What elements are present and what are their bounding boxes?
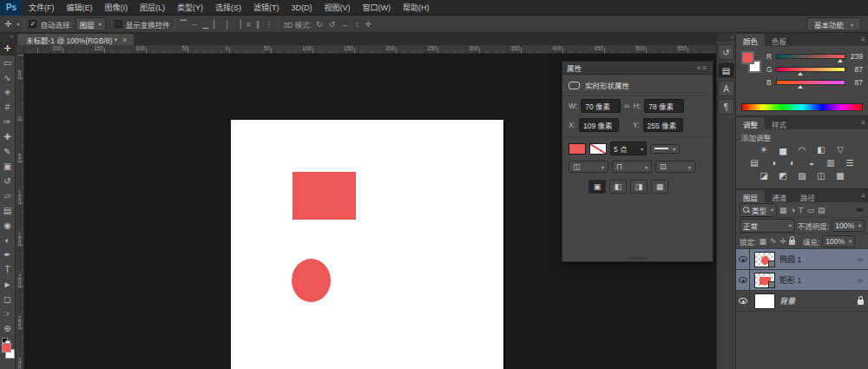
lock-all-icon[interactable] [789, 240, 795, 245]
3d-pan-icon[interactable]: ↔ [340, 20, 350, 29]
layer-row[interactable]: 背景 ∞ [736, 291, 868, 312]
fill-color-swatch[interactable] [569, 143, 586, 155]
black-white-icon[interactable]: ◐ [786, 157, 799, 168]
filter-type-icon[interactable]: T [799, 206, 804, 214]
stroke-corner-icon[interactable]: ⊡▾ [655, 161, 695, 173]
type-tool[interactable]: T [0, 262, 16, 277]
link-wh-icon[interactable]: ∞ [624, 102, 629, 110]
crop-tool[interactable]: # [0, 100, 16, 115]
stroke-width-dropdown[interactable]: 5 点▾ [610, 142, 647, 155]
threshold-icon[interactable]: ▨ [796, 170, 809, 181]
panel-tab[interactable]: 样式 [765, 117, 793, 129]
channel-mixer-icon[interactable]: ▥ [825, 157, 838, 168]
panel-tab[interactable]: 颜色 [736, 34, 765, 46]
hue-saturation-icon[interactable]: ▤ [748, 157, 761, 168]
filter-pixel-icon[interactable]: ▦ [779, 206, 787, 214]
menu-item[interactable]: 3D(D) [286, 0, 319, 16]
filter-type-dropdown[interactable]: 类型▾ [740, 203, 777, 217]
layer-thumbnail[interactable] [754, 273, 775, 288]
history-panel-icon[interactable]: ↺ [718, 44, 734, 60]
dock-collapse-button[interactable]: « [717, 33, 735, 42]
channel-slider[interactable] [776, 67, 845, 72]
layer-visibility-toggle[interactable] [736, 270, 750, 291]
move-tool[interactable]: ✛ [0, 41, 16, 56]
path-selection-tool[interactable]: ► [0, 277, 16, 292]
filter-smartobject-icon[interactable]: ▤ [818, 206, 825, 214]
pen-tool[interactable]: ✒ [0, 247, 16, 262]
hand-tool[interactable]: ☞ [0, 306, 16, 321]
blur-tool[interactable]: ◉ [0, 218, 16, 233]
color-lookup-icon[interactable]: ☰ [844, 157, 857, 168]
panel-tab[interactable]: 调整 [736, 117, 765, 129]
layer-thumbnail[interactable] [754, 252, 775, 267]
x-field[interactable]: 109 像素 [579, 118, 619, 132]
layer-name[interactable]: 矩形 1 [779, 274, 852, 286]
panel-resize-grip[interactable] [628, 257, 648, 260]
width-field[interactable]: 70 像素 [581, 99, 621, 113]
panel-tab[interactable]: 通道 [765, 190, 793, 202]
filter-toggle-switch[interactable] [855, 207, 865, 213]
stroke-color-swatch[interactable] [589, 143, 607, 155]
panel-collapse-menu-icons[interactable]: «≡ [697, 64, 708, 72]
height-field[interactable]: 78 像素 [644, 99, 684, 113]
intersect-shape-icon[interactable]: ◨ [630, 180, 648, 194]
tools-collapse-button[interactable]: » [0, 33, 15, 41]
lock-transparent-icon[interactable]: ▦ [759, 237, 766, 246]
filter-adjustment-icon[interactable]: ◑ [791, 206, 795, 214]
close-tab-icon[interactable]: × [122, 36, 127, 44]
eyedropper-tool[interactable]: ✑ [0, 115, 16, 129]
auto-select-target-dropdown[interactable]: 图层▾ [76, 17, 106, 31]
rectangle-shape[interactable] [293, 172, 356, 220]
exposure-icon[interactable]: ◧ [815, 144, 828, 155]
posterize-icon[interactable]: ◩ [777, 170, 790, 181]
levels-icon[interactable]: ▅ [777, 144, 790, 155]
horizontal-ruler[interactable]: 2001501005005010015020025030035040045050… [24, 45, 716, 54]
y-field[interactable]: 255 像素 [643, 118, 683, 132]
healing-brush-tool[interactable]: ✚ [0, 129, 16, 144]
panel-tab[interactable]: 路径 [793, 190, 822, 202]
3d-rotate-icon[interactable]: ↻ [315, 20, 324, 29]
distribute-v-icon[interactable]: ≡ [246, 20, 252, 29]
document-canvas[interactable] [231, 120, 503, 369]
invert-icon[interactable]: ◪ [758, 170, 771, 181]
brightness-contrast-icon[interactable]: ☀ [758, 144, 771, 155]
layer-row[interactable]: 椭圆 1 ∞ [736, 249, 868, 270]
panel-menu-icon[interactable]: ≡ [861, 119, 865, 127]
opacity-dropdown[interactable]: 100%▾ [832, 220, 865, 232]
properties-panel-header[interactable]: 属性 «≡ [562, 62, 713, 75]
layer-visibility-toggle[interactable] [736, 249, 750, 270]
clone-stamp-tool[interactable]: ▣ [0, 159, 16, 174]
curves-icon[interactable]: ◠ [796, 144, 809, 155]
align-top-icon[interactable]: ▔ [180, 20, 187, 29]
photo-filter-icon[interactable]: ◒ [806, 157, 819, 168]
layer-visibility-toggle[interactable] [736, 291, 750, 312]
layer-thumbnail[interactable] [754, 293, 775, 309]
vertical-ruler[interactable]: 50050100150200250300350 [16, 54, 24, 369]
layer-row[interactable]: 矩形 1 ∞ [736, 270, 868, 291]
properties-panel[interactable]: 属性 «≡ 实时形状属性 W: 70 像素 ∞ H: 78 像素 X: 109 … [562, 61, 713, 262]
3d-roll-icon[interactable]: ↺ [327, 20, 336, 29]
menu-item[interactable]: 编辑(E) [61, 0, 99, 16]
layer-name[interactable]: 椭圆 1 [779, 254, 852, 265]
fill-dropdown[interactable]: 100%▾ [822, 235, 855, 247]
layer-name[interactable]: 背景 [779, 295, 852, 306]
vibrance-icon[interactable]: ▽ [834, 144, 847, 155]
align-right-icon[interactable]: ▕ [234, 20, 242, 29]
menu-item[interactable]: 文件(F) [23, 0, 61, 16]
dodge-tool[interactable]: ◐ [0, 233, 16, 247]
character-panel-icon[interactable]: A [718, 81, 734, 96]
align-hcenter-icon[interactable]: │ [224, 20, 231, 29]
3d-slide-icon[interactable]: ↕ [354, 20, 360, 29]
foreground-color-swatch[interactable] [741, 51, 754, 64]
history-brush-tool[interactable]: ↺ [0, 174, 16, 188]
ruler-origin-corner[interactable] [16, 45, 24, 54]
gradient-tool[interactable]: ▤ [0, 203, 16, 218]
quick-selection-tool[interactable]: ✳ [0, 85, 16, 100]
slider-thumb-icon[interactable] [838, 59, 843, 63]
shape-tool[interactable]: ◻ [0, 292, 16, 306]
color-balance-icon[interactable]: ◑ [767, 157, 780, 168]
paragraph-panel-icon[interactable]: ¶ [718, 99, 734, 115]
workspace-switcher[interactable]: 基本功能▾ [806, 17, 861, 31]
menu-item[interactable]: 窗口(W) [357, 0, 398, 16]
lock-position-icon[interactable]: ✛ [779, 237, 786, 246]
